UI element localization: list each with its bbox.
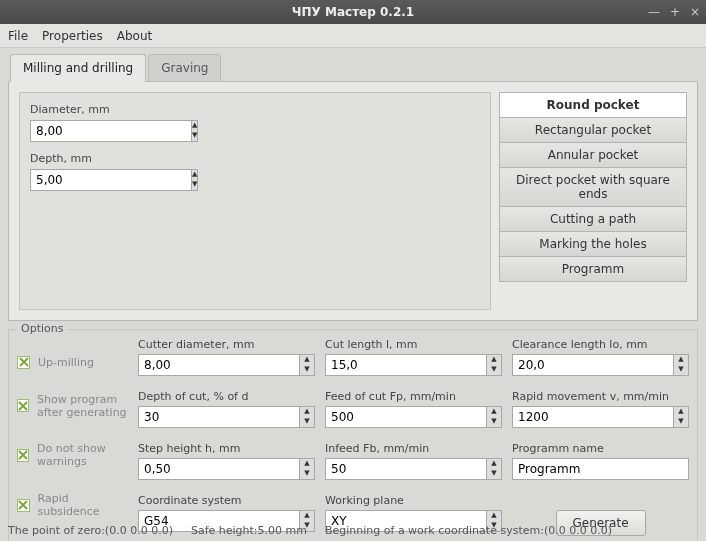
menubar: File Properties About [0,24,706,48]
depth-input[interactable]: ▲▼ [30,169,190,191]
spinner-up-icon[interactable]: ▲ [192,121,197,131]
step-height-label: Step height h, mm [138,442,315,455]
cutter-diameter-label: Cutter diameter, mm [138,338,315,351]
clearance-length-label: Clearance length lo, mm [512,338,689,351]
chk-label: Do not show warnings [37,442,130,468]
programm-name-label: Programm name [512,442,689,455]
depth-field[interactable] [30,169,191,191]
op-direct-pocket[interactable]: Direct pocket with square ends [499,168,687,207]
minimize-icon[interactable]: — [648,5,660,19]
op-programm[interactable]: Programm [499,257,687,282]
coord-system-label: Coordinate system [138,494,315,507]
checkbox-icon [17,356,30,369]
spinner-down-icon[interactable]: ▼ [192,131,197,141]
diameter-input[interactable]: ▲▼ [30,120,190,142]
op-round-pocket[interactable]: Round pocket [499,92,687,118]
rapid-label: Rapid movement v, mm/min [512,390,689,403]
rapid-input[interactable]: ▲▼ [512,406,689,428]
statusbar: The point of zero:(0.0 0.0 0.0) Safe hei… [8,524,698,537]
status-wcs: Beginning of a work coordinate system:(0… [325,524,612,537]
op-marking-holes[interactable]: Marking the holes [499,232,687,257]
cut-length-label: Cut length l, mm [325,338,502,351]
options-group: Options Up-milling Show program after ge… [8,329,698,541]
close-icon[interactable]: × [690,5,700,19]
chk-no-warnings[interactable]: Do not show warnings [17,442,130,468]
menu-file[interactable]: File [8,29,28,43]
chk-rapid-subsidence[interactable]: Rapid subsidence [17,492,130,518]
parameters-pane: Diameter, mm ▲▼ Depth, mm ▲▼ [19,92,491,310]
programm-name-input[interactable] [512,458,689,480]
window-title: ЧПУ Мастер 0.2.1 [292,5,414,19]
step-height-input[interactable]: ▲▼ [138,458,315,480]
feed-label: Feed of cut Fp, mm/min [325,390,502,403]
diameter-field[interactable] [30,120,191,142]
depth-of-cut-input[interactable]: ▲▼ [138,406,315,428]
chk-label: Show program after generating [37,393,130,419]
infeed-input[interactable]: ▲▼ [325,458,502,480]
status-zero: The point of zero:(0.0 0.0 0.0) [8,524,173,537]
op-cutting-path[interactable]: Cutting a path [499,207,687,232]
working-plane-label: Working plane [325,494,502,507]
op-rectangular-pocket[interactable]: Rectangular pocket [499,118,687,143]
tab-graving[interactable]: Graving [148,54,221,82]
infeed-label: Infeed Fb, mm/min [325,442,502,455]
op-annular-pocket[interactable]: Annular pocket [499,143,687,168]
chk-up-milling[interactable]: Up-milling [17,356,130,369]
clearance-length-input[interactable]: ▲▼ [512,354,689,376]
spinner-up-icon[interactable]: ▲ [192,170,197,180]
chk-label: Up-milling [38,356,94,369]
menu-about[interactable]: About [117,29,152,43]
feed-input[interactable]: ▲▼ [325,406,502,428]
chk-label: Rapid subsidence [38,492,130,518]
cut-length-input[interactable]: ▲▼ [325,354,502,376]
options-legend: Options [17,322,67,335]
tab-page: Diameter, mm ▲▼ Depth, mm ▲▼ Round pocke… [8,81,698,321]
tab-milling[interactable]: Milling and drilling [10,54,146,82]
checkbox-icon [17,399,29,412]
maximize-icon[interactable]: + [670,5,680,19]
status-safe-height: Safe height:5.00 mm [191,524,307,537]
menu-properties[interactable]: Properties [42,29,103,43]
spinner-down-icon[interactable]: ▼ [192,180,197,190]
options-grid: Cutter diameter, mm ▲▼ Cut length l, mm … [138,338,689,536]
chk-show-program[interactable]: Show program after generating [17,393,130,419]
checkbox-icon [17,449,29,462]
depth-label: Depth, mm [30,152,480,165]
diameter-label: Diameter, mm [30,103,480,116]
titlebar: ЧПУ Мастер 0.2.1 — + × [0,0,706,24]
depth-of-cut-label: Depth of cut, % of d [138,390,315,403]
options-checks: Up-milling Show program after generating… [17,338,130,536]
cutter-diameter-input[interactable]: ▲▼ [138,354,315,376]
checkbox-icon [17,499,30,512]
tabs: Milling and drilling Graving [10,54,698,82]
operations-list: Round pocket Rectangular pocket Annular … [499,92,687,310]
